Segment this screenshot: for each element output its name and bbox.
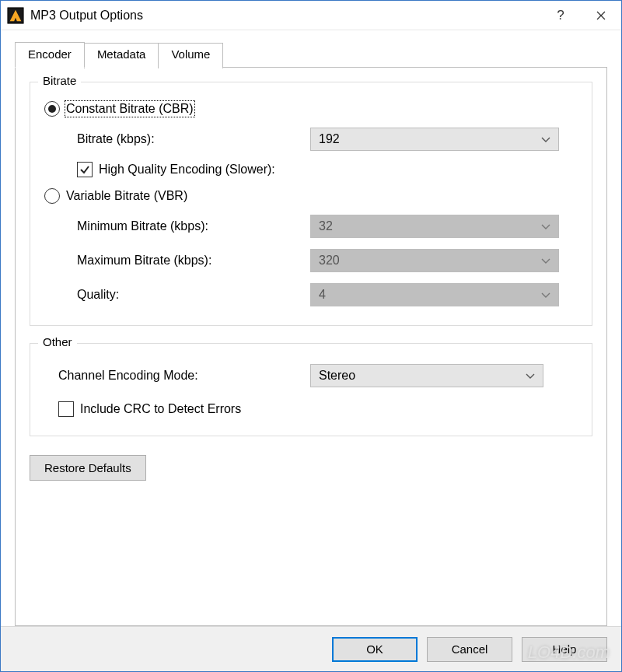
dialog-window: MP3 Output Options ? Encoder Metadata Vo… bbox=[0, 0, 622, 672]
quality-row: Quality: 4 bbox=[77, 283, 578, 306]
ok-button[interactable]: OK bbox=[332, 637, 418, 662]
group-other-legend: Other bbox=[38, 335, 77, 348]
group-bitrate-legend: Bitrate bbox=[38, 74, 81, 87]
min-bitrate-select: 32 bbox=[310, 215, 559, 238]
tab-area: Encoder Metadata Volume Bitrate Constant… bbox=[1, 30, 621, 626]
help-button[interactable]: Help bbox=[522, 637, 607, 662]
chevron-down-icon bbox=[541, 254, 550, 268]
bitrate-row: Bitrate (kbps): 192 bbox=[77, 128, 578, 151]
radio-vbr-label: Variable Bitrate (VBR) bbox=[66, 189, 187, 203]
radio-cbr-label: Constant Bitrate (CBR) bbox=[66, 102, 194, 116]
min-bitrate-row: Minimum Bitrate (kbps): 32 bbox=[77, 215, 578, 238]
client-area: Encoder Metadata Volume Bitrate Constant… bbox=[1, 30, 621, 671]
tabstrip: Encoder Metadata Volume bbox=[15, 41, 607, 67]
radio-cbr-row: Constant Bitrate (CBR) bbox=[44, 101, 578, 117]
chevron-down-icon bbox=[541, 132, 550, 146]
channel-label: Channel Encoding Mode: bbox=[58, 369, 310, 383]
tab-panel-encoder: Bitrate Constant Bitrate (CBR) Bitrate (… bbox=[15, 67, 607, 626]
channel-row: Channel Encoding Mode: Stereo bbox=[58, 364, 578, 387]
min-bitrate-label: Minimum Bitrate (kbps): bbox=[77, 219, 310, 233]
button-bar: OK Cancel Help bbox=[1, 626, 621, 671]
radio-cbr[interactable] bbox=[44, 101, 60, 117]
channel-value: Stereo bbox=[319, 369, 355, 383]
hq-label: High Quality Encoding (Slower): bbox=[99, 163, 275, 177]
titlebar: MP3 Output Options ? bbox=[1, 1, 621, 30]
hq-checkbox[interactable] bbox=[77, 162, 93, 177]
quality-label: Quality: bbox=[77, 288, 310, 302]
quality-select: 4 bbox=[310, 283, 559, 306]
group-bitrate: Bitrate Constant Bitrate (CBR) Bitrate (… bbox=[30, 82, 592, 326]
bitrate-label: Bitrate (kbps): bbox=[77, 132, 310, 146]
app-icon bbox=[7, 7, 24, 24]
max-bitrate-value: 320 bbox=[319, 254, 340, 268]
min-bitrate-value: 32 bbox=[319, 219, 333, 233]
restore-defaults-button[interactable]: Restore Defaults bbox=[30, 455, 146, 481]
hq-row: High Quality Encoding (Slower): bbox=[77, 162, 578, 177]
crc-label: Include CRC to Detect Errors bbox=[80, 402, 241, 416]
window-controls: ? bbox=[540, 1, 621, 30]
group-other: Other Channel Encoding Mode: Stereo Incl… bbox=[30, 343, 592, 436]
channel-select[interactable]: Stereo bbox=[310, 364, 543, 387]
quality-value: 4 bbox=[319, 288, 326, 302]
bitrate-select[interactable]: 192 bbox=[310, 128, 559, 151]
chevron-down-icon bbox=[541, 219, 550, 233]
tab-metadata[interactable]: Metadata bbox=[84, 43, 159, 68]
cancel-button[interactable]: Cancel bbox=[427, 637, 512, 662]
tab-volume[interactable]: Volume bbox=[158, 43, 223, 68]
crc-checkbox[interactable] bbox=[58, 401, 74, 417]
window-title: MP3 Output Options bbox=[30, 9, 143, 23]
tab-encoder[interactable]: Encoder bbox=[15, 42, 85, 68]
max-bitrate-select: 320 bbox=[310, 249, 559, 272]
radio-vbr[interactable] bbox=[44, 188, 60, 204]
max-bitrate-row: Maximum Bitrate (kbps): 320 bbox=[77, 249, 578, 272]
bitrate-value: 192 bbox=[319, 132, 340, 146]
max-bitrate-label: Maximum Bitrate (kbps): bbox=[77, 254, 310, 268]
help-icon[interactable]: ? bbox=[540, 1, 581, 30]
crc-row: Include CRC to Detect Errors bbox=[58, 401, 578, 417]
chevron-down-icon bbox=[541, 288, 550, 302]
radio-vbr-row: Variable Bitrate (VBR) bbox=[44, 188, 578, 204]
chevron-down-icon bbox=[526, 369, 535, 383]
close-icon[interactable] bbox=[581, 1, 621, 30]
